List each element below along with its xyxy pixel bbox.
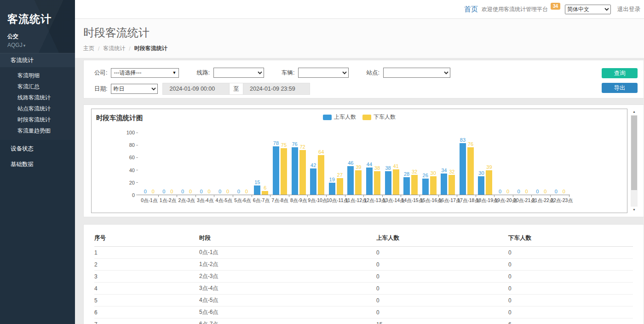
scroll-down-icon[interactable]: ▼ <box>631 207 638 213</box>
breadcrumb-item[interactable]: 客流统计 <box>103 45 125 52</box>
app-logo: 客流统计 <box>7 12 75 26</box>
table-cell: 0 <box>508 283 633 295</box>
bar-column: 0 <box>516 189 522 195</box>
page-title: 时段客流统计 <box>83 25 644 40</box>
bar-pair: 00 <box>551 133 569 195</box>
chart-panel: 时段车流统计图 上车人数下车人数 100806040200 000点-1点001… <box>83 104 644 217</box>
bar-column: 0 <box>142 189 149 195</box>
bar-pair: 8376 <box>457 133 476 195</box>
sidebar-subitem[interactable]: 站点客流统计 <box>0 103 75 114</box>
table-cell: 0 <box>508 247 633 259</box>
bar-value-label: 0 <box>144 189 147 194</box>
table-panel: 序号时段上车人数下车人数 10点-1点0021点-2点0032点-3点0043点… <box>83 224 644 324</box>
y-axis-tick-mark <box>136 133 138 133</box>
y-axis-tick-mark <box>136 157 138 158</box>
bar <box>460 143 466 195</box>
table-row: 54点-5点00 <box>94 295 633 307</box>
bar-value-label: 0 <box>189 189 192 194</box>
x-axis-label: 1点-2点 <box>159 197 178 204</box>
date-end-input[interactable]: 2024-01-09 23:59 <box>243 83 310 95</box>
table-body: 10点-1点0021点-2点0032点-3点0043点-4点0054点-5点00… <box>94 247 633 324</box>
bar-value-label: 30 <box>478 170 484 176</box>
x-axis-label: 21点-22点 <box>532 197 551 204</box>
table-cell: 5 <box>94 295 199 307</box>
bar-value-label: 38 <box>374 165 380 171</box>
y-axis-tick-mark <box>136 145 138 145</box>
station-select[interactable] <box>383 68 450 78</box>
vehicle-select[interactable] <box>298 68 349 78</box>
sidebar-subitem[interactable]: 客流汇总 <box>0 81 75 92</box>
bar <box>486 170 492 195</box>
station-label: 站点: <box>366 69 379 77</box>
bar-pair: 00 <box>140 133 159 195</box>
sidebar-subitem[interactable]: 时段客流统计 <box>0 114 75 125</box>
scrollbar-track[interactable] <box>631 115 638 207</box>
scroll-up-icon[interactable]: ▲ <box>631 109 638 115</box>
bar-value-label: 0 <box>245 189 248 194</box>
bar-value-label: 76 <box>292 141 297 147</box>
bar <box>281 148 287 195</box>
x-axis-label: 8点-9点 <box>289 197 308 204</box>
bar-column: 0 <box>553 189 559 195</box>
x-axis-label: 7点-8点 <box>270 197 289 204</box>
table-row: 10点-1点00 <box>94 247 633 259</box>
bar-pair: 4639 <box>345 133 364 195</box>
bar-pair: 00 <box>159 133 178 195</box>
table-cell: 5点-6点 <box>199 307 376 318</box>
bar <box>467 147 474 195</box>
bar-value-label: 0 <box>499 189 501 194</box>
sidebar-item[interactable]: 基础数据 <box>0 157 75 171</box>
bar <box>355 170 362 195</box>
chart-bar-group: 463911点-12点 <box>345 133 364 204</box>
y-axis-tick-label: 80 <box>129 142 135 148</box>
bar-column: 34 <box>441 168 447 195</box>
notification-badge[interactable]: 34 <box>551 3 560 10</box>
bar-column: 46 <box>347 160 354 195</box>
sidebar-item-passenger-stats-group[interactable]: 客流统计 <box>0 53 75 67</box>
language-select[interactable]: 简体中文 <box>565 5 611 14</box>
bar-value-label: 0 <box>162 189 165 194</box>
y-axis-tick-label: 20 <box>129 180 135 185</box>
sidebar-subitem[interactable]: 客流量趋势图 <box>0 125 75 136</box>
table-cell: 0 <box>508 259 633 271</box>
bar-value-label: 15 <box>254 179 260 185</box>
bar-value-label: 19 <box>329 177 335 182</box>
date-start-input[interactable]: 2024-01-09 00:00 <box>162 83 230 95</box>
sidebar-subitem[interactable]: 客流明细 <box>0 70 75 81</box>
scrollbar-thumb[interactable] <box>631 116 637 190</box>
sidebar-item[interactable]: 设备状态 <box>0 142 75 156</box>
legend-label: 下车人数 <box>374 113 396 121</box>
y-axis-tick-mark <box>136 170 138 170</box>
logout-link[interactable]: 退出登录 <box>617 6 640 13</box>
chart-box: 时段车流统计图 上车人数下车人数 100806040200 000点-1点001… <box>91 109 627 213</box>
sidebar-subitem[interactable]: 线路客流统计 <box>0 92 75 103</box>
legend-item[interactable]: 上车人数 <box>323 113 356 121</box>
breadcrumb-item[interactable]: 主页 <box>83 45 94 52</box>
table-cell: 1 <box>94 247 199 259</box>
sidebar-submenu: 客流明细客流汇总线路客流统计站点客流统计时段客流统计客流量趋势图 <box>0 67 75 140</box>
legend-item[interactable]: 下车人数 <box>362 113 396 121</box>
company-select[interactable]: ---请选择--- ▼ <box>111 68 179 78</box>
sidebar-group-label: 客流统计 <box>11 57 34 64</box>
bar-column: 30 <box>430 170 437 195</box>
chart-bar-group: 303918点-19点 <box>476 133 495 204</box>
bar-value-label: 0 <box>237 189 240 194</box>
table-cell: 4点-5点 <box>199 295 376 307</box>
date-preset-select[interactable]: 昨日 <box>111 84 158 94</box>
bar-pair: 00 <box>532 133 551 195</box>
line-select[interactable] <box>213 68 264 78</box>
x-axis-label: 16点-17点 <box>439 197 458 204</box>
chart-bar-group: 000点-1点 <box>140 133 159 204</box>
bar-pair: 3841 <box>383 133 402 195</box>
sidebar-top-items: 设备状态基础数据 <box>0 142 75 171</box>
table-cell: 1点-2点 <box>199 259 376 271</box>
export-button[interactable]: 导出 <box>602 83 638 93</box>
bar-value-label: 0 <box>536 189 539 194</box>
bar-value-label: 0 <box>555 189 558 194</box>
vehicle-label: 车辆: <box>282 69 294 77</box>
org-switcher[interactable]: AQGJ▾ <box>7 42 75 48</box>
home-link[interactable]: 首页 <box>464 5 478 14</box>
bar <box>337 178 343 195</box>
query-button[interactable]: 查询 <box>602 68 638 78</box>
bar-pair: 4438 <box>364 133 383 195</box>
